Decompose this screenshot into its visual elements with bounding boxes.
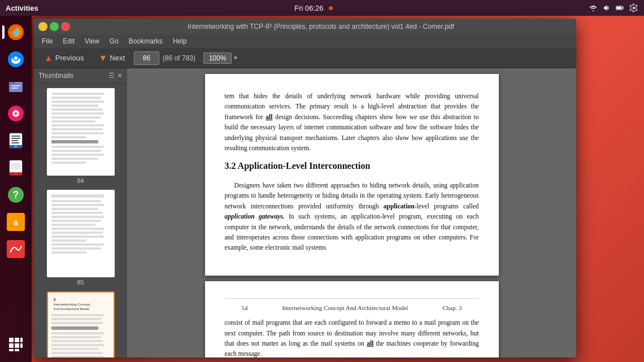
- svg-rect-19: [11, 136, 20, 137]
- menu-edit[interactable]: Edit: [58, 36, 79, 46]
- thumbnail-label-84: 84: [77, 177, 84, 184]
- svg-rect-1: [623, 7, 624, 8]
- svg-rect-2: [617, 7, 621, 9]
- pdf-paragraph-2: Designers have taken two different appro…: [225, 180, 479, 253]
- footer-chap-ref: Chap. 3: [442, 303, 462, 313]
- pdf-content-area[interactable]: tem that hides the details of underlying…: [127, 68, 576, 357]
- app-grid-icon[interactable]: [4, 333, 28, 356]
- previous-button[interactable]: ▲ Previous: [38, 51, 89, 66]
- thumbnail-image-85: [47, 190, 115, 277]
- menu-bookmarks[interactable]: Bookmarks: [124, 36, 167, 46]
- thumbnails-header: Thumbnails ☰ ✕: [34, 68, 127, 84]
- svg-rect-38: [15, 343, 19, 348]
- app-grid-area: [4, 333, 28, 356]
- settings-icon[interactable]: [629, 3, 638, 12]
- toolbar: ▲ Previous ▼ Next (86 of 783) 100% ▼: [34, 48, 576, 68]
- svg-text:W: W: [15, 145, 17, 148]
- next-arrow-icon: ▼: [98, 53, 107, 63]
- pdf-section-title: 3.2 Application-Level Interconnection: [225, 159, 479, 173]
- pdf-window: − □ × Internetworking with TCP-IP (Princ…: [34, 19, 576, 357]
- page-info: (86 of 783): [163, 54, 195, 62]
- thumbnail-image-84: [47, 88, 115, 176]
- menu-bar: File Edit View Go Bookmarks Help: [34, 34, 576, 48]
- pdf-page-54: 54 Internetworking Concept And Architect…: [205, 281, 499, 357]
- maximize-button[interactable]: □: [50, 22, 59, 31]
- footer-chapter-title: Internetworking Concept And Architectura…: [282, 303, 408, 313]
- svg-text:I: I: [15, 172, 16, 175]
- pdf-page-top: tem that hides the details of underlying…: [205, 74, 499, 276]
- window-title: Internetworking with TCP-IP (Principles,…: [70, 23, 572, 30]
- previous-arrow-icon: ▲: [44, 53, 53, 63]
- signature-icon[interactable]: [4, 237, 28, 261]
- svg-rect-14: [11, 88, 18, 89]
- svg-rect-41: [15, 349, 19, 351]
- rhythmbox-icon[interactable]: [4, 102, 28, 125]
- svg-rect-12: [9, 82, 15, 84]
- thumbnails-sidebar-icon[interactable]: ☰: [108, 72, 115, 80]
- files-icon[interactable]: [4, 75, 28, 98]
- firefox-icon[interactable]: [4, 20, 28, 44]
- svg-rect-40: [9, 349, 14, 351]
- svg-rect-13: [11, 85, 20, 86]
- thumbnails-close-icon[interactable]: ✕: [117, 72, 123, 80]
- libreoffice-writer-icon[interactable]: W: [4, 129, 28, 152]
- next-label: Next: [110, 54, 125, 62]
- minimize-button[interactable]: −: [38, 22, 47, 31]
- activities-button[interactable]: Activities: [6, 4, 38, 12]
- menu-go[interactable]: Go: [105, 36, 123, 46]
- window-titlebar: − □ × Internetworking with TCP-IP (Princ…: [34, 19, 576, 34]
- thumbnail-page-86[interactable]: 3 Internetworking ConceptAnd Architectur…: [47, 291, 115, 357]
- thumbnails-list: 84: [34, 84, 127, 357]
- thumbnail-image-86: 3 Internetworking ConceptAnd Architectur…: [47, 291, 115, 357]
- thumbnail-page-85[interactable]: 85: [47, 190, 115, 286]
- desktop: W I ? a: [0, 16, 644, 362]
- menu-view[interactable]: View: [80, 36, 104, 46]
- previous-label: Previous: [55, 54, 84, 62]
- svg-text:a: a: [14, 218, 18, 227]
- menu-help[interactable]: Help: [168, 36, 192, 46]
- svg-rect-34: [9, 338, 14, 342]
- thumbnails-title: Thumbnails: [38, 72, 73, 80]
- thumbnail-label-85: 85: [77, 279, 84, 286]
- libreoffice-impress-icon[interactable]: I: [4, 156, 28, 180]
- footer-page-number: 54: [242, 303, 248, 313]
- zoom-dropdown-icon[interactable]: ▼: [233, 55, 238, 61]
- svg-rect-36: [20, 338, 23, 342]
- svg-rect-26: [11, 163, 21, 169]
- thumbnail-page-84[interactable]: 84: [47, 88, 115, 184]
- zoom-display: 100% ▼: [203, 53, 238, 64]
- pdf-paragraph-3: consist of mail programs that are each c…: [225, 317, 479, 357]
- svg-rect-22: [11, 142, 19, 143]
- svg-rect-37: [9, 343, 14, 348]
- notification-dot: [329, 6, 333, 10]
- svg-rect-33: [7, 240, 25, 258]
- zoom-value: 100%: [203, 53, 232, 64]
- wifi-icon[interactable]: [589, 3, 598, 12]
- svg-rect-21: [11, 140, 18, 141]
- pdf-paragraph-1: tem that hides the details of underlying…: [225, 91, 479, 153]
- svg-rect-35: [15, 338, 19, 342]
- system-bar: Activities Fri 06:26: [0, 0, 644, 16]
- taskbar: W I ? a: [0, 16, 32, 362]
- page-number-input[interactable]: [134, 51, 159, 65]
- svg-point-10: [14, 56, 18, 60]
- volume-icon[interactable]: [602, 3, 611, 12]
- content-area: Thumbnails ☰ ✕: [34, 68, 576, 357]
- menu-file[interactable]: File: [37, 36, 57, 46]
- svg-rect-39: [20, 343, 23, 348]
- next-button[interactable]: ▼ Next: [93, 51, 130, 66]
- svg-point-17: [15, 112, 17, 115]
- pdf-page-footer: 54 Internetworking Concept And Architect…: [225, 298, 479, 318]
- help-icon[interactable]: ?: [4, 183, 28, 207]
- amazon-icon[interactable]: a: [4, 210, 28, 234]
- window-controls: − □ ×: [38, 22, 70, 31]
- thumbnails-panel: Thumbnails ☰ ✕: [34, 68, 127, 357]
- close-button[interactable]: ×: [61, 22, 70, 31]
- system-clock: Fri 06:26: [294, 4, 323, 12]
- svg-rect-20: [11, 138, 20, 139]
- svg-text:?: ?: [13, 189, 19, 200]
- svg-point-3: [633, 7, 635, 9]
- battery-icon[interactable]: [616, 3, 625, 12]
- thunderbird-icon[interactable]: [4, 47, 28, 71]
